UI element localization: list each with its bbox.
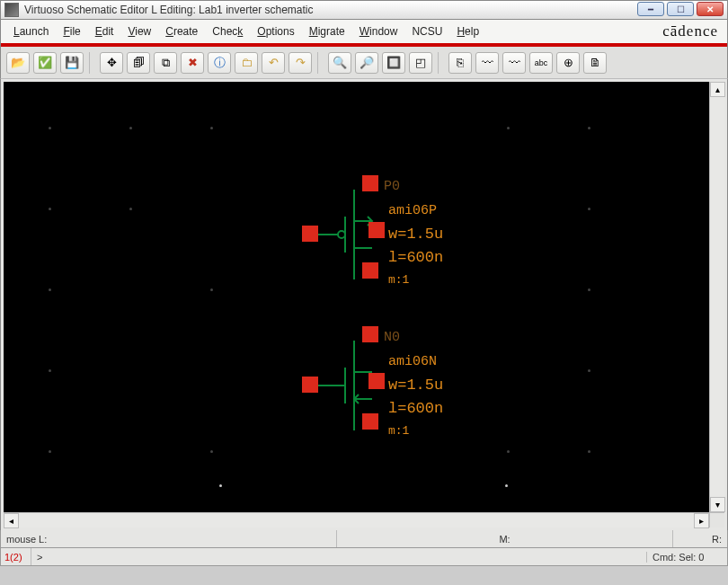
nmos-w-label: w=1.5u — [388, 377, 443, 394]
window-controls: ━ ☐ ✕ — [637, 2, 724, 16]
toolbar-sep — [317, 52, 323, 74]
nmos-name-label: N0 — [384, 330, 400, 345]
nmos-gate-pin[interactable] — [302, 377, 318, 393]
tool-zoom-sel[interactable]: ◰ — [409, 52, 432, 74]
pmos-source-pin[interactable] — [362, 262, 378, 279]
scroll-track[interactable] — [710, 97, 724, 497]
tool-instance[interactable]: ⎘ — [448, 52, 472, 74]
tool-open[interactable]: 📂 — [6, 52, 30, 74]
scroll-up-button[interactable]: ▴ — [710, 82, 725, 97]
menu-edit[interactable]: Edit — [88, 23, 121, 40]
toolbar-sep — [89, 52, 94, 74]
menu-bar: Launch File Edit View Create Check Optio… — [0, 20, 728, 43]
tool-properties[interactable]: ⓘ — [208, 52, 231, 74]
tool-save[interactable]: 💾 — [60, 52, 84, 74]
scroll-corner — [709, 513, 724, 527]
horizontal-scrollbar[interactable]: ◂ ▸ — [4, 512, 724, 527]
mouse-middle-label: M: — [337, 530, 673, 547]
pmos-bulk-pin[interactable] — [368, 222, 385, 238]
minimize-button[interactable]: ━ — [637, 2, 664, 16]
svg-point-6 — [338, 231, 345, 238]
nmos-m-label: m:1 — [388, 424, 409, 438]
tool-zoom-in[interactable]: 🔍 — [328, 52, 351, 74]
tool-wire-wide[interactable]: 〰 — [502, 52, 526, 74]
tool-descend[interactable]: 🗀 — [235, 52, 258, 74]
pmos-l-label: l=600n — [388, 249, 443, 266]
menu-options[interactable]: Options — [250, 23, 301, 40]
tool-wire-narrow[interactable]: 〰 — [475, 52, 499, 74]
mouse-right-label: R: — [673, 530, 727, 547]
nmos-model-label: ami06N — [388, 354, 437, 369]
vertical-scrollbar[interactable]: ▴ ▾ — [709, 82, 724, 512]
window-index: 1(2) — [1, 548, 31, 565]
window-title: Virtuoso Schematic Editor L Editing: Lab… — [24, 4, 314, 16]
brand-logo: cādence — [662, 22, 718, 40]
scroll-right-button[interactable]: ▸ — [694, 513, 709, 528]
menu-window[interactable]: Window — [352, 23, 405, 40]
menu-launch[interactable]: Launch — [6, 23, 56, 40]
close-button[interactable]: ✕ — [697, 2, 724, 16]
nmos-drain-pin[interactable] — [362, 326, 378, 342]
scroll-left-button[interactable]: ◂ — [4, 513, 19, 528]
scroll-down-button[interactable]: ▾ — [710, 497, 725, 512]
tool-zoom-out[interactable]: 🔎 — [355, 52, 378, 74]
menu-file[interactable]: File — [56, 23, 87, 40]
mouse-status-bar: mouse L: M: R: — [0, 530, 728, 548]
command-prompt[interactable]: > — [31, 552, 646, 563]
pmos-w-label: w=1.5u — [388, 226, 443, 243]
nmos-source-pin[interactable] — [362, 413, 378, 430]
menu-create[interactable]: Create — [158, 23, 205, 40]
tool-pin[interactable]: ⊕ — [556, 52, 580, 74]
menu-view[interactable]: View — [120, 23, 158, 40]
tool-redo[interactable]: ↷ — [289, 52, 312, 74]
tool-note[interactable]: 🗎 — [583, 52, 607, 74]
pmos-m-label: m:1 — [388, 273, 409, 287]
nmos-l-label: l=600n — [388, 400, 443, 417]
pmos-gate-pin[interactable] — [302, 226, 318, 242]
pmos-drain-pin[interactable] — [362, 175, 378, 191]
menu-ncsu[interactable]: NCSU — [404, 23, 449, 40]
menu-help[interactable]: Help — [449, 23, 486, 40]
tool-move[interactable]: ✥ — [100, 52, 123, 74]
tool-stretch[interactable]: ⧉ — [154, 52, 177, 74]
toolbar-sep — [438, 52, 443, 74]
pmos-model-label: ami06P — [388, 203, 437, 218]
tool-undo[interactable]: ↶ — [262, 52, 285, 74]
title-bar: Virtuoso Schematic Editor L Editing: Lab… — [0, 0, 728, 20]
pmos-name-label: P0 — [384, 179, 400, 194]
mouse-left-label: mouse L: — [1, 530, 337, 547]
tool-label[interactable]: abc — [529, 52, 553, 74]
tool-delete[interactable]: ✖ — [181, 52, 204, 74]
menu-migrate[interactable]: Migrate — [302, 23, 352, 40]
schematic-canvas[interactable]: /* dots added below via JS loop? keep si… — [4, 82, 709, 512]
command-status-bar: 1(2) > Cmd: Sel: 0 — [0, 548, 728, 566]
tool-checksave[interactable]: ✅ — [33, 52, 57, 74]
menu-check[interactable]: Check — [205, 23, 250, 40]
tool-zoom-fit[interactable]: 🔲 — [382, 52, 405, 74]
tool-copy[interactable]: 🗐 — [127, 52, 150, 74]
cmd-sel-status: Cmd: Sel: 0 — [646, 552, 727, 563]
app-icon — [4, 3, 19, 17]
toolbar: 📂 ✅ 💾 ✥ 🗐 ⧉ ✖ ⓘ 🗀 ↶ ↷ 🔍 🔎 🔲 ◰ ⎘ 〰 〰 abc … — [0, 47, 728, 79]
maximize-button[interactable]: ☐ — [667, 2, 694, 16]
canvas-area: /* dots added below via JS loop? keep si… — [0, 79, 728, 530]
nmos-bulk-pin[interactable] — [368, 373, 385, 389]
scroll-track[interactable] — [19, 513, 694, 527]
